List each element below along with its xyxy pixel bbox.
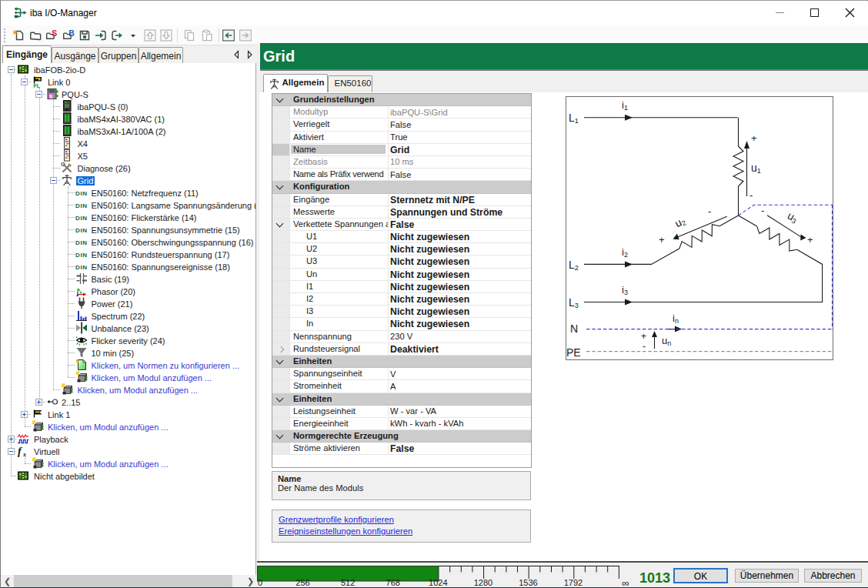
svg-text:u1: u1	[751, 162, 761, 175]
svg-text:∞: ∞	[622, 577, 629, 588]
svg-text:u3: u3	[785, 209, 800, 226]
svg-text:+: +	[807, 234, 813, 246]
svg-text:1792: 1792	[564, 578, 583, 587]
svg-text:L2: L2	[569, 259, 579, 272]
svg-text:un: un	[662, 335, 671, 347]
svg-text:768: 768	[386, 578, 400, 587]
svg-text:-: -	[761, 205, 764, 216]
svg-text:S: S	[52, 29, 57, 38]
svg-text:+: +	[641, 331, 646, 342]
svg-text:in: in	[673, 312, 679, 325]
svg-text:N: N	[570, 322, 578, 335]
svg-text:512: 512	[341, 578, 355, 587]
svg-text:i3: i3	[622, 284, 628, 296]
svg-text:L3: L3	[569, 296, 579, 309]
svg-text:-: -	[643, 341, 646, 352]
svg-text:+: +	[751, 132, 757, 144]
svg-text:1024: 1024	[429, 578, 447, 587]
svg-text:-: -	[708, 205, 711, 217]
svg-text:i1: i1	[622, 99, 628, 112]
svg-text:PE: PE	[566, 346, 581, 359]
svg-text:u2: u2	[673, 214, 687, 230]
svg-text:1536: 1536	[519, 578, 537, 587]
svg-text:+: +	[659, 234, 665, 246]
svg-text:L1: L1	[569, 112, 579, 125]
svg-text:B: B	[68, 29, 74, 38]
svg-text:i2: i2	[622, 246, 628, 259]
svg-text:1280: 1280	[474, 578, 492, 587]
svg-text:-: -	[749, 189, 753, 201]
svg-text:256: 256	[295, 578, 309, 587]
svg-text:0: 0	[258, 578, 262, 587]
